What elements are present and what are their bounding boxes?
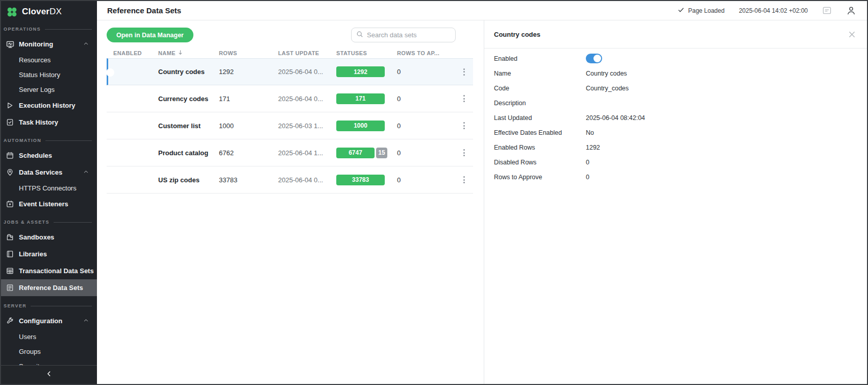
- table-row[interactable]: Country codes 1292 2025-06-04 0... 1292 …: [107, 58, 473, 85]
- detail-title: Country codes: [494, 31, 540, 38]
- sidebar-collapse-button[interactable]: [1, 365, 97, 384]
- detail-enabled-toggle[interactable]: [586, 54, 602, 63]
- chevron-left-icon: [45, 370, 53, 379]
- row-menu-icon[interactable]: [461, 120, 467, 131]
- sidebar-item-resources[interactable]: Resources: [1, 53, 97, 67]
- sidebar-item-server-logs[interactable]: Server Logs: [1, 82, 97, 97]
- row-menu-icon[interactable]: [461, 66, 467, 78]
- search-input[interactable]: [367, 31, 451, 39]
- status-badge: 1292: [336, 66, 385, 77]
- field-description: Description: [484, 95, 867, 110]
- search-icon: [356, 31, 363, 40]
- field-code: Code Country_codes: [484, 81, 867, 95]
- data-sets-table: Country codes 1292 2025-06-04 0... 1292 …: [107, 58, 473, 194]
- search-box[interactable]: [351, 28, 456, 42]
- section-jobs-assets: JOBS & ASSETS: [1, 215, 97, 229]
- feedback-icon[interactable]: [822, 6, 832, 15]
- event-listeners-icon: [6, 200, 14, 208]
- field-rows-to-approve: Rows to Approve 0: [484, 170, 867, 184]
- brand: CloverDX: [1, 1, 97, 22]
- chevron-up-icon[interactable]: [83, 40, 89, 48]
- section-server: SERVER: [1, 299, 97, 312]
- sidebar-item-event-listeners[interactable]: Event Listeners: [1, 196, 97, 212]
- sidebar-item-status-history[interactable]: Status History: [1, 67, 97, 82]
- table-header: ENABLED NAME ROWS LAST UPDATE STATUSES R…: [107, 47, 473, 58]
- transactional-data-sets-icon: [6, 267, 14, 275]
- section-operations: OPERATIONS: [1, 22, 97, 36]
- configuration-icon: [6, 317, 14, 325]
- row-menu-icon[interactable]: [461, 147, 467, 158]
- sidebar-item-monitoring[interactable]: Monitoring: [1, 36, 97, 53]
- chevron-up-icon[interactable]: [83, 317, 89, 325]
- status-badge: 6747: [336, 148, 375, 158]
- col-rows-to-approve[interactable]: ROWS TO AP...: [397, 50, 455, 56]
- sidebar-item-data-services[interactable]: Data Services: [1, 164, 97, 181]
- sidebar-item-transactional-data-sets[interactable]: Transactional Data Sets: [1, 262, 97, 279]
- table-row[interactable]: Customer list 1000 2025-06-03 1... 1000 …: [107, 112, 473, 139]
- col-last-update[interactable]: LAST UPDATE: [278, 50, 336, 56]
- field-effective-dates-enabled: Effective Dates Enabled No: [484, 125, 867, 140]
- current-timestamp: 2025-06-04 14:02 +02:00: [739, 7, 808, 14]
- detail-panel: Country codes Enabled Name Country codes…: [484, 20, 867, 384]
- sandboxes-icon: [6, 233, 14, 242]
- data-sets-list-pane: Open in Data Manager ENABLED NAME ROWS L…: [97, 20, 484, 384]
- sidebar-item-libraries[interactable]: Libraries: [1, 246, 97, 262]
- schedules-icon: [6, 151, 14, 160]
- reference-data-sets-icon: [6, 283, 14, 292]
- row-menu-icon[interactable]: [461, 93, 467, 104]
- field-last-updated: Last Updated 2025-06-04 08:42:04: [484, 110, 867, 125]
- col-statuses[interactable]: STATUSES: [336, 50, 397, 56]
- section-automation: AUTOMATION: [1, 134, 97, 147]
- chevron-up-icon[interactable]: [83, 169, 89, 176]
- brand-name: CloverDX: [22, 7, 62, 17]
- sidebar: CloverDX OPERATIONS Monitoring Resources…: [1, 1, 97, 384]
- user-account-icon[interactable]: [846, 6, 856, 16]
- sidebar-item-task-history[interactable]: Task History: [1, 114, 97, 131]
- status-badge: 1000: [336, 121, 385, 131]
- open-in-data-manager-button[interactable]: Open in Data Manager: [107, 28, 193, 42]
- status-badge: 33783: [336, 175, 385, 185]
- app-window: CloverDX OPERATIONS Monitoring Resources…: [0, 0, 868, 385]
- cloverdx-logo-icon: [6, 6, 18, 18]
- sidebar-item-users[interactable]: Users: [1, 329, 97, 344]
- sidebar-item-https-connectors[interactable]: HTTPS Connectors: [1, 181, 97, 196]
- status-badge: 171: [336, 93, 385, 104]
- status-badge-pending: 15: [376, 148, 387, 158]
- page-title: Reference Data Sets: [107, 6, 181, 15]
- brand-bold: Clover: [22, 7, 49, 16]
- monitoring-icon: [6, 40, 14, 49]
- row-menu-icon[interactable]: [461, 174, 467, 185]
- top-header: Reference Data Sets Page Loaded 2025-06-…: [97, 1, 867, 20]
- close-icon[interactable]: [848, 31, 856, 38]
- table-row[interactable]: Currency codes 171 2025-06-04 0... 171 0: [107, 85, 473, 112]
- sidebar-item-execution-history[interactable]: Execution History: [1, 97, 97, 114]
- sidebar-item-reference-data-sets[interactable]: Reference Data Sets: [1, 279, 97, 296]
- table-row[interactable]: US zip codes 33783 2025-06-04 0... 33783…: [107, 166, 473, 194]
- field-name: Name Country codes: [484, 66, 867, 81]
- sidebar-item-configuration[interactable]: Configuration: [1, 312, 97, 329]
- col-rows[interactable]: ROWS: [219, 50, 278, 56]
- field-disabled-rows: Disabled Rows 0: [484, 155, 867, 170]
- check-icon: [678, 7, 684, 15]
- brand-light: DX: [49, 7, 62, 16]
- sidebar-item-schedules[interactable]: Schedules: [1, 147, 97, 164]
- execution-history-icon: [6, 101, 14, 110]
- page-loaded-status: Page Loaded: [678, 7, 724, 15]
- sort-desc-icon: [178, 50, 183, 56]
- task-history-icon: [6, 118, 14, 127]
- sidebar-item-groups[interactable]: Groups: [1, 344, 97, 359]
- field-enabled-rows: Enabled Rows 1292: [484, 140, 867, 155]
- libraries-icon: [6, 250, 14, 258]
- data-services-icon: [6, 168, 14, 177]
- field-enabled: Enabled: [484, 51, 867, 66]
- col-name[interactable]: NAME: [158, 50, 219, 56]
- sidebar-item-sandboxes[interactable]: Sandboxes: [1, 229, 97, 246]
- col-enabled[interactable]: ENABLED: [113, 50, 158, 56]
- table-row[interactable]: Product catalog 6762 2025-06-04 1... 674…: [107, 139, 473, 166]
